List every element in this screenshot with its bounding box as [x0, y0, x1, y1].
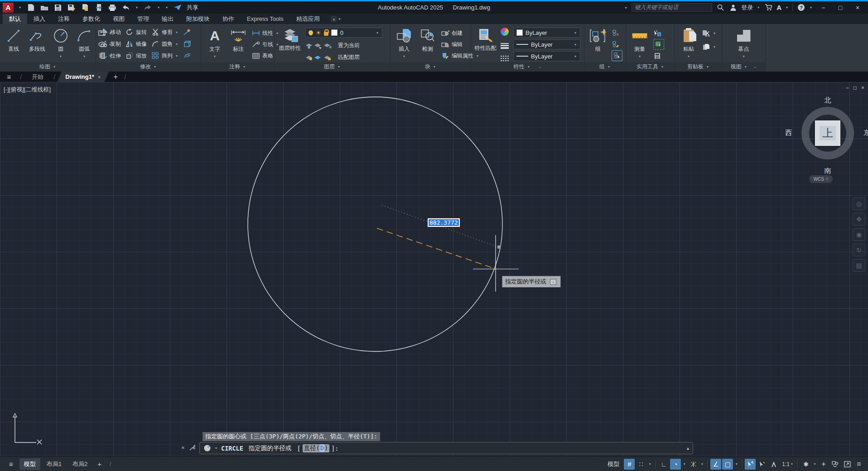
- erase-button[interactable]: [183, 27, 191, 38]
- polyline-button[interactable]: 多段线: [27, 27, 47, 54]
- array-button[interactable]: 阵列▾: [151, 50, 178, 61]
- polar-dropdown-icon[interactable]: ▾: [682, 459, 687, 470]
- explode-button[interactable]: [183, 38, 191, 49]
- layout1-tab[interactable]: 布局1: [42, 458, 66, 470]
- isolate-objects-icon[interactable]: [830, 459, 841, 470]
- panel-clipboard-label[interactable]: 剪贴板▾: [675, 62, 722, 72]
- share-plane-icon[interactable]: [173, 3, 182, 12]
- scale-dropdown-icon[interactable]: ▾: [791, 459, 793, 470]
- base-point-button[interactable]: 基点 ▾: [734, 27, 754, 59]
- panel-groups-label[interactable]: 组▾: [584, 62, 626, 72]
- model-tab[interactable]: 模型: [19, 458, 40, 470]
- group-button[interactable]: 组: [588, 27, 608, 54]
- help-icon[interactable]: ?: [796, 3, 805, 12]
- trim-dropdown-icon[interactable]: ▾: [175, 30, 178, 34]
- undo-icon[interactable]: [121, 3, 130, 12]
- layout2-tab[interactable]: 布局2: [68, 458, 92, 470]
- tab-featured-apps[interactable]: 精选应用: [290, 14, 326, 24]
- ortho-toggle[interactable]: ∟: [658, 459, 669, 470]
- isodraft-toggle[interactable]: [688, 459, 699, 470]
- linetype-dropdown[interactable]: ByLayer▾: [513, 51, 580, 61]
- measure-button[interactable]: 测量 ▾: [630, 27, 650, 59]
- command-line[interactable]: ▾ CIRCLE 指定圆的半径或 [ 直径(D) ]: ▴: [199, 442, 693, 454]
- annotation-visibility-toggle[interactable]: [745, 459, 756, 470]
- tab-start[interactable]: 开始: [24, 72, 52, 82]
- clean-screen-icon[interactable]: [842, 459, 853, 470]
- tab-parametric[interactable]: 参数化: [76, 14, 106, 24]
- mirror-button[interactable]: 镜像: [125, 38, 147, 49]
- panel-properties-label[interactable]: 特性▾⌐: [471, 62, 584, 72]
- sign-in-button[interactable]: 登录: [741, 4, 753, 12]
- panel-draw-label[interactable]: 绘图▾: [0, 62, 96, 72]
- recent-commands-dropdown-icon[interactable]: ▾: [214, 446, 218, 450]
- panel-annotation-label[interactable]: 注释▾: [201, 62, 274, 72]
- paste-button[interactable]: 粘贴 ▾: [679, 27, 699, 59]
- tab-view[interactable]: 视图: [106, 14, 131, 24]
- plot-mobile-icon[interactable]: [81, 3, 90, 12]
- app-menu-dropdown-icon[interactable]: ▾: [18, 5, 22, 10]
- orbit-icon[interactable]: ↻: [853, 244, 865, 256]
- cut-button[interactable]: ▾: [702, 28, 716, 38]
- close-button[interactable]: ×: [851, 3, 864, 13]
- trim-button[interactable]: 修剪▾: [151, 27, 178, 38]
- fillet-button[interactable]: 圆角▾: [151, 38, 178, 49]
- save-as-icon[interactable]: [67, 3, 76, 12]
- rotate-button[interactable]: 旋转: [125, 27, 147, 38]
- crosshair-size-icon[interactable]: +: [818, 459, 829, 470]
- dimension-button[interactable]: 标注: [228, 27, 248, 54]
- text-button[interactable]: A 文字 ▾: [205, 27, 225, 59]
- tab-collaborate[interactable]: 协作: [216, 14, 241, 24]
- panel-utilities-label[interactable]: 实用工具▾: [626, 62, 675, 72]
- tab-close-icon[interactable]: ×: [98, 74, 101, 80]
- panel-layers-label[interactable]: 图层▾: [275, 62, 390, 72]
- text-dropdown-icon[interactable]: ▾: [213, 54, 217, 58]
- panel-view-label[interactable]: 视图▾⌐: [722, 62, 765, 72]
- panel-modify-label[interactable]: 修改▾: [96, 62, 201, 72]
- group-edit-button[interactable]: [612, 39, 622, 50]
- sign-in-dropdown-icon[interactable]: ▾: [757, 5, 760, 10]
- viewcube[interactable]: 北 南 西 东 上: [791, 98, 864, 179]
- ungroup-button[interactable]: [612, 28, 622, 38]
- panel-block-label[interactable]: 块▾: [391, 62, 471, 72]
- print-icon[interactable]: [108, 3, 117, 12]
- commandline-close-icon[interactable]: ×: [181, 444, 185, 451]
- maximize-button[interactable]: □: [834, 3, 847, 13]
- snap-dropdown-icon[interactable]: ▾: [647, 459, 652, 470]
- cut-dropdown-icon[interactable]: ▾: [713, 31, 716, 35]
- tab-addins[interactable]: 附加模块: [180, 14, 216, 24]
- save-icon[interactable]: [53, 3, 63, 12]
- search-icon[interactable]: [716, 3, 725, 12]
- circle-dropdown-icon[interactable]: ▾: [59, 54, 63, 58]
- move-button[interactable]: 移动: [100, 27, 121, 38]
- fillet-dropdown-icon[interactable]: ▾: [175, 42, 178, 46]
- radius-dynamic-input[interactable]: 882.3772: [428, 218, 460, 227]
- quick-select-button[interactable]: [653, 28, 664, 38]
- pan-icon[interactable]: ✥: [853, 213, 865, 226]
- arc-button[interactable]: 圆弧 ▾: [74, 27, 94, 59]
- paste-dropdown-icon[interactable]: ▾: [687, 54, 690, 58]
- status-menu-icon[interactable]: ≡: [854, 459, 864, 470]
- tab-default[interactable]: 默认: [3, 14, 27, 24]
- group-selection-toggle[interactable]: [612, 50, 622, 61]
- object-snap-tracking-toggle[interactable]: ∠: [710, 459, 721, 470]
- lineweight-dropdown[interactable]: ByLayer▾: [513, 39, 580, 49]
- measure-dropdown-icon[interactable]: ▾: [638, 54, 641, 58]
- model-space-button[interactable]: 模型: [604, 460, 623, 468]
- lineweight-icon[interactable]: [501, 43, 509, 49]
- match-layer-button[interactable]: 匹配图层: [305, 53, 382, 61]
- scale-button[interactable]: 缩放: [125, 50, 147, 61]
- match-properties-button[interactable]: 特性匹配: [475, 27, 496, 52]
- grid-toggle[interactable]: #: [624, 459, 635, 470]
- copy-clip-button[interactable]: ▾: [702, 41, 716, 52]
- layout-menu-icon[interactable]: ≡: [5, 460, 18, 468]
- wcs-button[interactable]: WCS▽: [809, 175, 833, 183]
- base-point-dropdown-icon[interactable]: ▾: [742, 54, 746, 58]
- properties-expand-icon[interactable]: ⌐: [539, 65, 541, 69]
- line-button[interactable]: 直线: [4, 27, 24, 54]
- viewcube-north[interactable]: 北: [791, 96, 864, 105]
- check-block-button[interactable]: 检测: [418, 27, 438, 54]
- ribbon-collapse-button[interactable]: ▴▾: [331, 14, 341, 24]
- command-history-up-icon[interactable]: ▴: [687, 446, 689, 451]
- viewcube-east[interactable]: 东: [863, 129, 868, 137]
- object-snap-dropdown-icon[interactable]: ▾: [734, 459, 739, 470]
